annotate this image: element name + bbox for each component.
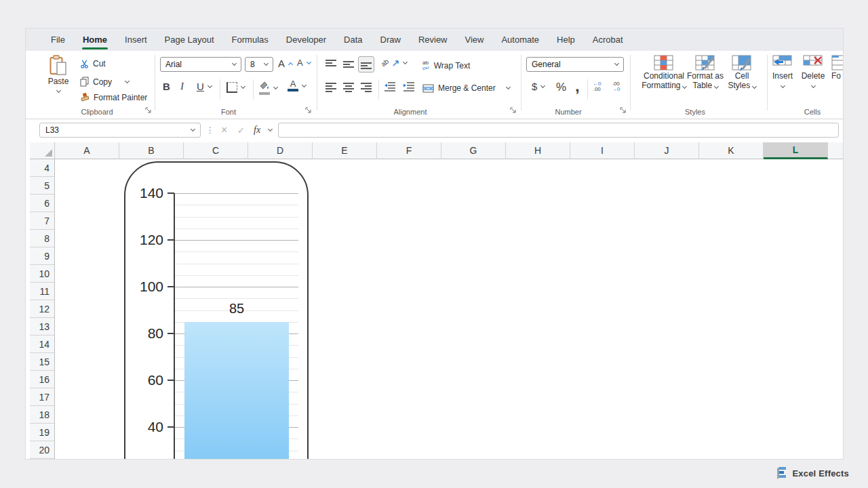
shrink-font-button[interactable]: A (297, 58, 311, 68)
clipboard-dialog-launcher-icon[interactable] (145, 107, 153, 115)
menu-tab-data[interactable]: Data (335, 28, 371, 51)
row-header-13[interactable]: 13 (30, 318, 54, 336)
formula-bar-expand[interactable] (269, 123, 272, 138)
font-name-combobox[interactable]: Arial (160, 57, 241, 72)
row-header-12[interactable]: 12 (30, 300, 54, 318)
menu-tab-view[interactable]: View (456, 28, 493, 51)
fill-color-button[interactable] (259, 81, 277, 95)
row-header-15[interactable]: 15 (30, 353, 54, 371)
column-header-J[interactable]: J (635, 142, 699, 159)
borders-button[interactable] (226, 82, 245, 93)
paste-dropdown-icon[interactable] (56, 88, 60, 93)
menu-tab-help[interactable]: Help (548, 28, 584, 51)
row-header-9[interactable]: 9 (30, 247, 54, 265)
delete-dropdown-icon[interactable] (810, 83, 815, 88)
insert-cells-button[interactable]: Insert (769, 55, 796, 87)
format-painter-button[interactable]: Format Painter (80, 93, 147, 102)
column-header-D[interactable]: D (248, 142, 313, 159)
menu-tab-file[interactable]: File (42, 28, 74, 51)
row-header-4[interactable]: 4 (30, 159, 54, 177)
font-dialog-launcher-icon[interactable] (305, 107, 313, 115)
row-header-10[interactable]: 10 (30, 265, 54, 283)
menu-tab-page-layout[interactable]: Page Layout (156, 28, 223, 51)
paste-button[interactable]: Paste (42, 55, 75, 92)
increase-indent-button[interactable] (403, 82, 415, 92)
menu-tab-insert[interactable]: Insert (116, 28, 156, 51)
insert-function-button[interactable]: fx (254, 123, 260, 138)
column-header-C[interactable]: C (184, 142, 248, 159)
formula-bar-grip[interactable]: ⋮ (206, 123, 215, 138)
alignment-dialog-launcher-icon[interactable] (510, 107, 517, 115)
column-header-K[interactable]: K (699, 142, 764, 159)
column-header-H[interactable]: H (506, 142, 570, 159)
cell-styles-button[interactable]: Cell Styles (725, 55, 759, 90)
orientation-button[interactable]: ab (381, 59, 407, 66)
bottom-align-button-selected[interactable] (358, 56, 374, 73)
middle-align-button[interactable] (340, 56, 357, 73)
menu-tab-automate[interactable]: Automate (492, 28, 548, 51)
menu-tab-acrobat[interactable]: Acrobat (584, 28, 632, 51)
font-size-combobox[interactable]: 8 (245, 57, 273, 72)
column-header-E[interactable]: E (313, 142, 377, 159)
menu-tab-developer[interactable]: Developer (277, 28, 335, 51)
font-color-button[interactable]: A (288, 80, 306, 92)
formula-input[interactable] (278, 123, 839, 138)
row-header-17[interactable]: 17 (30, 388, 54, 406)
wrap-text-button[interactable]: abc↵ Wrap Text (422, 60, 470, 71)
row-header-7[interactable]: 7 (30, 212, 54, 230)
thermometer-chart[interactable]: 40608010012014085 (124, 161, 309, 459)
delete-cells-button[interactable]: Delete (799, 55, 827, 87)
format-as-table-button[interactable]: Format as Table (682, 55, 728, 90)
row-header-5[interactable]: 5 (30, 177, 54, 195)
column-header-B[interactable]: B (119, 142, 184, 159)
align-right-button[interactable] (358, 79, 374, 96)
copy-button[interactable]: Copy (80, 77, 129, 87)
row-header-16[interactable]: 16 (30, 371, 54, 388)
column-header-partial[interactable] (828, 142, 843, 159)
bold-button[interactable]: B (163, 81, 170, 92)
enter-button[interactable]: ✓ (237, 123, 245, 138)
row-header-19[interactable]: 19 (30, 424, 54, 441)
name-box-dropdown-icon[interactable] (191, 127, 195, 131)
decrease-indent-button[interactable] (384, 82, 396, 92)
align-left-button[interactable] (323, 79, 339, 96)
grow-font-button[interactable]: A (278, 58, 292, 69)
menu-tab-formulas[interactable]: Formulas (223, 28, 277, 51)
number-dialog-launcher-icon[interactable] (620, 107, 627, 115)
font-color-dropdown-icon[interactable] (302, 82, 307, 87)
row-header-11[interactable]: 11 (30, 283, 54, 300)
menu-tab-draw[interactable]: Draw (372, 28, 410, 51)
comma-style-button[interactable]: , (575, 77, 580, 96)
decrease-decimal-button[interactable]: .00→0 (612, 81, 620, 92)
row-header-20[interactable]: 20 (30, 441, 54, 459)
insert-dropdown-icon[interactable] (780, 83, 785, 88)
select-all-corner[interactable] (30, 142, 55, 159)
cut-button[interactable]: Cut (80, 59, 106, 68)
cancel-button[interactable]: × (221, 123, 227, 138)
italic-button[interactable]: I (180, 81, 184, 92)
accounting-dropdown-icon[interactable] (540, 83, 545, 87)
format-cells-button-partial[interactable]: Fo (831, 55, 843, 81)
column-header-F[interactable]: F (377, 142, 441, 159)
borders-dropdown-icon[interactable] (241, 84, 245, 89)
percent-style-button[interactable]: % (556, 81, 566, 94)
column-header-G[interactable]: G (441, 142, 506, 159)
column-header-L[interactable]: L (764, 142, 828, 159)
row-header-14[interactable]: 14 (30, 336, 54, 353)
merge-center-dropdown-icon[interactable] (506, 85, 511, 89)
row-header-8[interactable]: 8 (30, 230, 54, 247)
name-box[interactable]: L33 (39, 123, 201, 138)
underline-button[interactable]: U (197, 81, 212, 92)
row-header-6[interactable]: 6 (30, 195, 54, 212)
align-center-button[interactable] (340, 79, 357, 96)
number-format-combobox[interactable]: General (526, 57, 624, 72)
column-header-A[interactable]: A (55, 142, 119, 159)
top-align-button[interactable] (323, 56, 339, 73)
increase-decimal-button[interactable]: ←0.00 (593, 81, 601, 92)
menu-tab-review[interactable]: Review (410, 28, 456, 51)
copy-dropdown-icon[interactable] (125, 78, 130, 83)
underline-dropdown-icon[interactable] (208, 83, 212, 87)
merge-center-button[interactable]: Merge & Center (422, 83, 510, 93)
accounting-format-button[interactable]: $ (532, 81, 545, 92)
row-header-18[interactable]: 18 (30, 406, 54, 424)
